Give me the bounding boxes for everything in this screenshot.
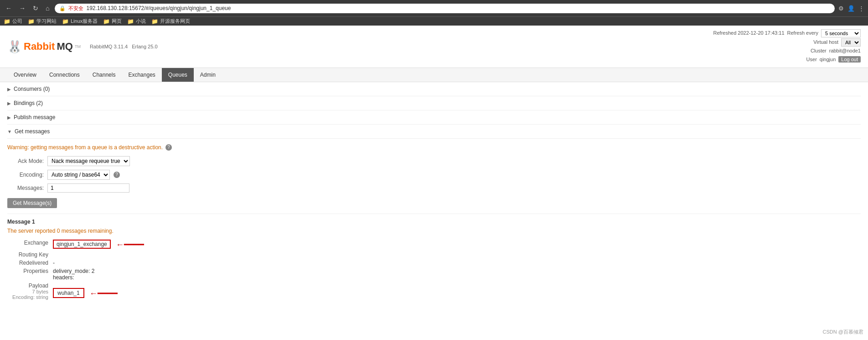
encoding-help-icon[interactable]: ? (114, 172, 120, 178)
address-bar[interactable]: 🔒 不安全 192.168.130.128:15672/#/queues/qin… (55, 4, 835, 13)
refreshed-text: Refreshed 2022-12-20 17:43:11 (713, 29, 785, 37)
virtual-host-select[interactable]: All / (841, 38, 861, 47)
messages-input[interactable] (47, 183, 129, 193)
bookmark-linux[interactable]: 📁 Linux服务器 (62, 18, 98, 25)
version-info: RabbitMQ 3.11.4 Erlang 25.0 (90, 44, 158, 49)
properties-row: Properties delivery_mode: 2 headers: (7, 267, 148, 282)
bookmark-learning[interactable]: 📁 学习网站 (28, 18, 57, 25)
payload-value: wuhan_1 (53, 288, 84, 298)
redelivered-value: - (53, 259, 148, 267)
refresh-select[interactable]: 5 seconds 10 seconds 30 seconds Manually (821, 29, 861, 37)
lock-icon: 🔒 (59, 5, 66, 11)
bindings-section-header[interactable]: ▶ Bindings (2) (7, 96, 861, 110)
folder-icon: 📁 (4, 18, 10, 25)
logo-rabbit-text: Rabbit (24, 41, 55, 52)
nav-exchanges[interactable]: Exchanges (122, 68, 161, 82)
consumers-section-header[interactable]: ▶ Consumers (0) (7, 82, 861, 96)
extensions-icon[interactable]: ⚙ (838, 5, 844, 12)
bookmarks-bar: 📁 公司 📁 学习网站 📁 Linux服务器 📁 网页 📁 小说 📁 开源服务网… (0, 16, 868, 26)
publish-arrow-icon: ▶ (7, 115, 11, 120)
menu-icon[interactable]: ⋮ (858, 5, 864, 12)
consumers-arrow-icon: ▶ (7, 87, 11, 92)
main-content: ▶ Consumers (0) ▶ Bindings (2) ▶ Publish… (0, 82, 868, 306)
routing-key-label: Routing Key (7, 251, 53, 259)
help-icon[interactable]: ? (165, 144, 172, 151)
nav-channels[interactable]: Channels (86, 68, 122, 82)
exchange-arrow-annotation: ←━━━━ (116, 240, 144, 250)
folder-icon: 📁 (127, 18, 134, 25)
bookmark-label: Linux服务器 (71, 18, 98, 25)
messages-label: Messages: (7, 185, 44, 191)
folder-icon: 📁 (28, 18, 35, 25)
nav-overview[interactable]: Overview (7, 68, 43, 82)
url-text: 192.168.130.128:15672/#/queues/qingjun/q… (86, 5, 231, 11)
get-messages-body: Warning: getting messages from a queue i… (7, 139, 861, 306)
get-messages-arrow-icon: ▼ (7, 129, 12, 134)
profile-icon[interactable]: 👤 (847, 5, 855, 12)
refresh-every-label: Refresh every (787, 29, 818, 37)
user-label: User (806, 56, 817, 64)
get-messages-section-header[interactable]: ▼ Get messages (7, 125, 861, 139)
logo-mq-text: MQ (57, 41, 72, 52)
routing-key-row: Routing Key (7, 251, 148, 259)
properties-value: delivery_mode: 2 headers: (53, 267, 148, 282)
warning-message: Warning: getting messages from a queue i… (7, 144, 163, 151)
routing-key-value (53, 251, 148, 259)
nav-queues[interactable]: Queues (162, 68, 194, 82)
publish-label: Publish message (14, 114, 55, 120)
folder-icon: 📁 (103, 18, 110, 25)
payload-label: Payload 7 bytes Encoding: string (7, 282, 53, 301)
encoding-label: Encoding: (7, 172, 44, 178)
warning-text: Warning: getting messages from a queue i… (7, 144, 861, 151)
exchange-label: Exchange (7, 239, 53, 251)
back-button[interactable]: ← (4, 4, 14, 13)
message-title: Message 1 (7, 219, 861, 225)
bookmark-label: 开源服务网页 (160, 18, 190, 25)
bookmark-webpage[interactable]: 📁 网页 (103, 18, 122, 25)
app-header: 🐰 Rabbit MQ TM RabbitMQ 3.11.4 Erlang 25… (0, 26, 868, 68)
payload-value-cell: wuhan_1 ←━━━━ (53, 282, 148, 301)
cluster-value: rabbit@node1 (829, 47, 861, 55)
refresh-button[interactable]: ↻ (31, 4, 40, 13)
bookmark-opensource[interactable]: 📁 开源服务网页 (151, 18, 190, 25)
folder-icon: 📁 (62, 18, 69, 25)
header-left: 🐰 Rabbit MQ TM RabbitMQ 3.11.4 Erlang 25… (7, 40, 158, 54)
exchange-value-cell: qingjun_1_exchange ←━━━━ (53, 239, 148, 251)
cluster-label: Cluster (811, 47, 827, 55)
messages-count-row: Messages: (7, 183, 861, 193)
consumers-label: Consumers (0) (14, 86, 50, 92)
home-button[interactable]: ⌂ (44, 4, 51, 13)
vhost-row: Virtual host All / (713, 38, 861, 47)
encoding-row: Encoding: Auto string / base64 base64 ? (7, 170, 861, 180)
nav-admin[interactable]: Admin (194, 68, 222, 82)
payload-row: Payload 7 bytes Encoding: string wuhan_1… (7, 282, 148, 301)
publish-section-header[interactable]: ▶ Publish message (7, 110, 861, 125)
virtual-host-label: Virtual host (813, 38, 838, 47)
message-result: Message 1 The server reported 0 messages… (7, 214, 861, 301)
rabbit-icon: 🐰 (7, 40, 22, 54)
message-detail-table: Exchange qingjun_1_exchange ←━━━━ Routin… (7, 239, 148, 301)
logout-button[interactable]: Log out (838, 56, 861, 63)
server-info: The server reported 0 messages remaining… (7, 228, 861, 234)
encoding-select[interactable]: Auto string / base64 base64 (47, 170, 110, 180)
properties-label: Properties (7, 267, 53, 282)
browser-chrome: ← → ↻ ⌂ 🔒 不安全 192.168.130.128:15672/#/qu… (0, 0, 868, 16)
bookmark-label: 学习网站 (36, 18, 57, 25)
cluster-row: Cluster rabbit@node1 (713, 47, 861, 55)
ack-mode-label: Ack Mode: (7, 158, 44, 164)
user-row: User qingjun Log out (713, 56, 861, 64)
redelivered-label: Redelivered (7, 259, 53, 267)
bookmark-novel[interactable]: 📁 小说 (127, 18, 146, 25)
bookmark-label: 公司 (12, 18, 22, 25)
ack-mode-select[interactable]: Nack message requeue true Ack message re… (47, 156, 130, 166)
nav-bar: Overview Connections Channels Exchanges … (0, 68, 868, 82)
forward-button[interactable]: → (17, 4, 27, 13)
bookmark-label: 网页 (112, 18, 122, 25)
get-messages-button[interactable]: Get Message(s) (7, 198, 57, 208)
nav-connections[interactable]: Connections (43, 68, 86, 82)
bookmark-label: 小说 (136, 18, 146, 25)
exchange-row: Exchange qingjun_1_exchange ←━━━━ (7, 239, 148, 251)
security-label: 不安全 (68, 5, 83, 12)
payload-arrow-annotation: ←━━━━ (89, 288, 118, 298)
bookmark-company[interactable]: 📁 公司 (4, 18, 22, 25)
